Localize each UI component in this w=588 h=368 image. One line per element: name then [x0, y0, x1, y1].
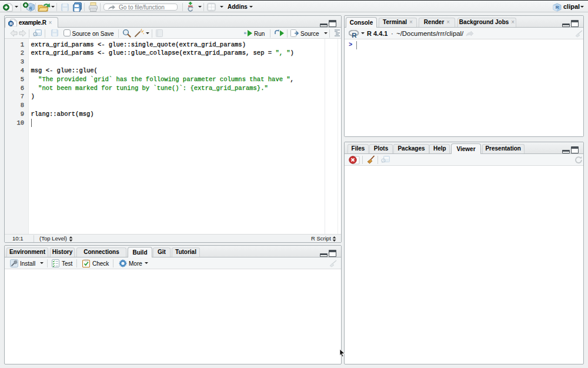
- svg-text:R: R: [556, 5, 559, 10]
- svg-text:R: R: [29, 6, 32, 11]
- svg-text:R: R: [352, 32, 357, 39]
